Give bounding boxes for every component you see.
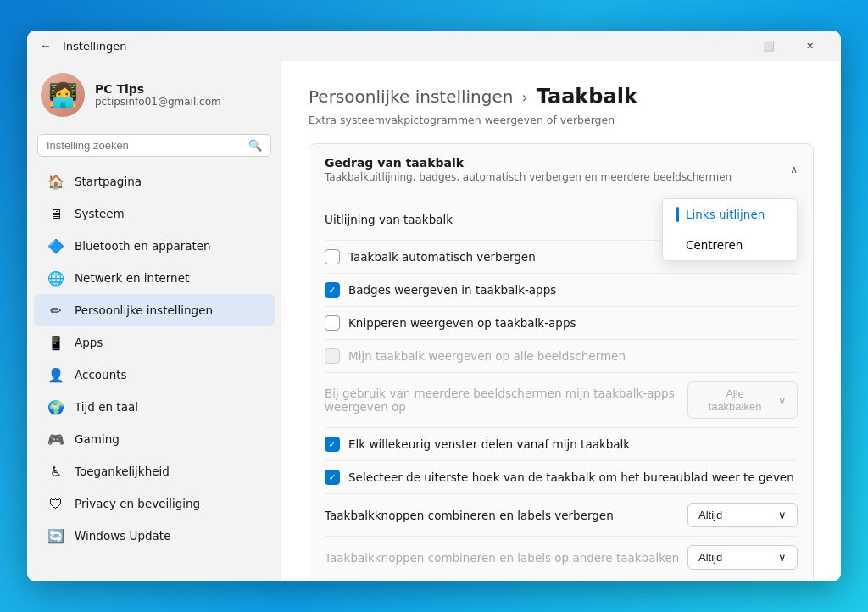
sidebar-item-label-accounts: Accounts xyxy=(75,368,127,381)
search-box[interactable]: 🔍 xyxy=(37,134,271,157)
sidebar-item-label-tijd: Tijd en taal xyxy=(75,400,138,414)
user-info: PC Tips pctipsinfo01@gmail.com xyxy=(95,82,221,108)
toegankelijkheid-icon: ♿ xyxy=(47,463,64,480)
badges-label: Badges weergeven in taakbalk-apps xyxy=(325,282,556,298)
windows-icon: 🔄 xyxy=(47,527,64,544)
card-body: Uitlijning van taakbalk Links uitlijnen … xyxy=(309,195,813,581)
breadcrumb: Persoonlijke instellingen › Taakbalk xyxy=(309,85,814,108)
knipperen-checkbox[interactable] xyxy=(325,315,340,331)
sidebar-item-netwerk[interactable]: 🌐 Netwerk en internet xyxy=(34,262,275,294)
beeldschermen-checkbox xyxy=(325,348,340,364)
card-desc: Taakbalkuitlijning, badges, automatisch … xyxy=(325,171,732,183)
spacer xyxy=(676,237,679,253)
main-content: Persoonlijke instellingen › Taakbalk Ext… xyxy=(281,61,841,581)
venster-delen-checkbox[interactable] xyxy=(325,437,340,452)
sidebar-item-systeem[interactable]: 🖥 Systeem xyxy=(34,198,275,230)
chevron-down-combineren2-icon: ∨ xyxy=(778,551,787,564)
breadcrumb-current: Taakbalk xyxy=(537,85,637,108)
sidebar-item-tijd[interactable]: 🌍 Tijd en taal xyxy=(34,391,275,423)
sidebar-item-label-bluetooth: Bluetooth en apparaten xyxy=(75,239,211,253)
sidebar-item-accounts[interactable]: 👤 Accounts xyxy=(34,359,275,391)
titlebar: ← Instellingen — ⬜ ✕ xyxy=(27,31,841,61)
selection-indicator xyxy=(676,207,679,222)
sidebar-item-toegankelijkheid[interactable]: ♿ Toegankelijkheid xyxy=(34,455,275,487)
badges-row: Badges weergeven in taakbalk-apps xyxy=(325,274,798,307)
breadcrumb-separator: › xyxy=(521,88,527,106)
back-button[interactable]: ← xyxy=(36,36,56,56)
beeldschermen-row: Mijn taakbalk weergeven op alle beeldsch… xyxy=(325,340,798,373)
uiterste-hoek-checkbox[interactable] xyxy=(325,470,340,485)
search-icon: 🔍 xyxy=(248,139,262,152)
automatisch-label: Taakbalk automatisch verbergen xyxy=(325,249,536,264)
systeem-icon: 🖥 xyxy=(47,205,64,222)
card-title: Gedrag van taakbalk xyxy=(325,156,732,170)
avatar: 👩‍💻 xyxy=(41,73,85,117)
titlebar-title: Instellingen xyxy=(63,40,127,53)
sidebar-item-label-toegankelijkheid: Toegankelijkheid xyxy=(75,465,170,478)
beeldschermen-dropdown-row: Bij gebruik van meerdere beeldschermen m… xyxy=(325,373,798,428)
titlebar-left: ← Instellingen xyxy=(36,36,127,56)
beeldschermen-value: Alle taakbalken xyxy=(698,387,771,413)
venster-delen-label: Elk willekeurig venster delen vanaf mijn… xyxy=(325,437,630,452)
dropdown-option-centreren[interactable]: Centreren xyxy=(663,230,797,260)
accounts-icon: 👤 xyxy=(47,366,64,383)
sidebar-item-bluetooth[interactable]: 🔷 Bluetooth en apparaten xyxy=(34,230,275,262)
combineren2-value: Altijd xyxy=(698,551,722,564)
card-header-left: Gedrag van taakbalk Taakbalkuitlijning, … xyxy=(325,156,732,183)
combineren2-label: Taakbalkknoppen combineren en labels op … xyxy=(325,551,679,565)
sidebar-item-persoonlijk[interactable]: ✏️ Persoonlijke instellingen xyxy=(34,294,275,326)
card-header[interactable]: Gedrag van taakbalk Taakbalkuitlijning, … xyxy=(309,144,813,195)
knipperen-row: Knipperen weergeven op taakbalk-apps xyxy=(325,307,798,340)
settings-window: ← Instellingen — ⬜ ✕ 👩‍💻 PC Tips pctipsi… xyxy=(27,31,841,581)
netwerk-icon: 🌐 xyxy=(47,270,64,287)
sidebar-item-label-persoonlijk: Persoonlijke instellingen xyxy=(75,303,213,317)
breadcrumb-parent: Persoonlijke instellingen xyxy=(309,86,513,107)
combineren-row: Taakbalkknoppen combineren en labels ver… xyxy=(325,494,798,537)
close-button[interactable]: ✕ xyxy=(790,32,829,59)
sidebar-item-apps[interactable]: 📱 Apps xyxy=(34,326,275,359)
combineren2-dropdown[interactable]: Altijd ∨ xyxy=(687,545,798,570)
nav-list: 🏠 Startpagina 🖥 Systeem 🔷 Bluetooth en a… xyxy=(27,165,281,552)
sidebar-item-gaming[interactable]: 🎮 Gaming xyxy=(34,423,275,455)
sidebar-item-label-netwerk: Netwerk en internet xyxy=(75,271,189,285)
privacy-icon: 🛡 xyxy=(47,495,64,512)
option-centreren-label: Centreren xyxy=(686,238,743,252)
sidebar: 👩‍💻 PC Tips pctipsinfo01@gmail.com 🔍 🏠 S… xyxy=(27,61,281,581)
chevron-down-combineren-icon: ∨ xyxy=(778,509,787,521)
user-email: pctipsinfo01@gmail.com xyxy=(95,96,221,108)
content-area: 👩‍💻 PC Tips pctipsinfo01@gmail.com 🔍 🏠 S… xyxy=(27,61,841,581)
persoonlijk-icon: ✏️ xyxy=(47,302,64,319)
uiterste-hoek-row: Selecteer de uiterste hoek van de taakba… xyxy=(325,461,798,494)
uitlijning-row: Uitlijning van taakbalk Links uitlijnen … xyxy=(325,198,798,241)
maximize-button[interactable]: ⬜ xyxy=(749,32,788,59)
uitlijning-dropdown-container: Links uitlijnen ∨ Links uitlijnen xyxy=(687,207,798,231)
combineren-dropdown[interactable]: Altijd ∨ xyxy=(687,503,798,527)
sidebar-item-windows[interactable]: 🔄 Windows Update xyxy=(34,520,275,552)
combineren-label: Taakbalkknoppen combineren en labels ver… xyxy=(325,509,614,522)
uitlijning-popup: Links uitlijnen Centreren xyxy=(662,198,798,261)
section-subtitle: Extra systeemvakpictogrammen weergeven o… xyxy=(309,114,814,126)
beeldschermen-label: Mijn taakbalk weergeven op alle beeldsch… xyxy=(325,348,626,364)
badges-checkbox[interactable] xyxy=(325,282,340,298)
minimize-button[interactable]: — xyxy=(709,32,748,59)
apps-icon: 📱 xyxy=(47,334,64,351)
user-section: 👩‍💻 PC Tips pctipsinfo01@gmail.com xyxy=(27,61,281,129)
uiterste-hoek-label: Selecteer de uiterste hoek van de taakba… xyxy=(325,470,794,485)
knipperen-label: Knipperen weergeven op taakbalk-apps xyxy=(325,315,576,331)
chevron-down-beeldschermen-icon: ∨ xyxy=(778,394,787,407)
sidebar-item-privacy[interactable]: 🛡 Privacy en beveiliging xyxy=(34,487,275,520)
dropdown-option-links[interactable]: Links uitlijnen xyxy=(663,199,797,230)
sidebar-item-label-windows: Windows Update xyxy=(75,529,170,542)
tijd-icon: 🌍 xyxy=(47,398,64,415)
sidebar-item-label-gaming: Gaming xyxy=(75,432,120,446)
sidebar-item-label-startpagina: Startpagina xyxy=(75,175,142,188)
venster-delen-row: Elk willekeurig venster delen vanaf mijn… xyxy=(325,428,798,461)
search-input[interactable] xyxy=(47,139,243,152)
startpagina-icon: 🏠 xyxy=(47,173,64,190)
bluetooth-icon: 🔷 xyxy=(47,237,64,254)
automatisch-checkbox[interactable] xyxy=(325,249,340,264)
combineren-value: Altijd xyxy=(698,509,722,521)
gaming-icon: 🎮 xyxy=(47,431,64,448)
uitlijning-label: Uitlijning van taakbalk xyxy=(325,213,453,226)
sidebar-item-startpagina[interactable]: 🏠 Startpagina xyxy=(34,165,275,198)
